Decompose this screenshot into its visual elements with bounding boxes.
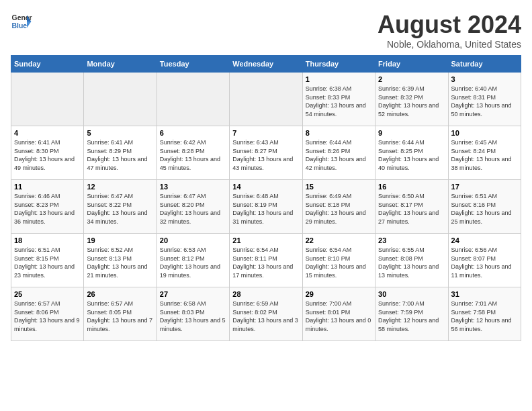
day-number: 16 <box>378 183 445 191</box>
col-friday: Friday <box>375 56 448 73</box>
calendar-cell: 31Sunrise: 7:01 AM Sunset: 7:58 PM Dayli… <box>448 287 521 341</box>
calendar-cell: 10Sunrise: 6:45 AM Sunset: 8:24 PM Dayli… <box>448 126 521 180</box>
col-tuesday: Tuesday <box>157 56 229 73</box>
day-info: Sunrise: 6:50 AM Sunset: 8:17 PM Dayligh… <box>378 192 445 226</box>
day-info: Sunrise: 6:44 AM Sunset: 8:25 PM Dayligh… <box>378 138 445 172</box>
day-info: Sunrise: 6:55 AM Sunset: 8:08 PM Dayligh… <box>378 246 445 279</box>
day-number: 7 <box>232 129 299 137</box>
day-info: Sunrise: 7:00 AM Sunset: 8:01 PM Dayligh… <box>306 300 372 333</box>
title-area: August 2024 Noble, Oklahoma, United Stat… <box>378 11 521 50</box>
day-number: 20 <box>160 236 226 244</box>
calendar-cell: 23Sunrise: 6:55 AM Sunset: 8:08 PM Dayli… <box>375 234 448 287</box>
day-number: 6 <box>160 129 226 137</box>
day-info: Sunrise: 6:54 AM Sunset: 8:11 PM Dayligh… <box>232 246 299 279</box>
day-number: 30 <box>378 290 445 298</box>
day-number: 12 <box>87 183 153 191</box>
day-info: Sunrise: 6:54 AM Sunset: 8:10 PM Dayligh… <box>306 246 372 279</box>
day-info: Sunrise: 7:01 AM Sunset: 7:58 PM Dayligh… <box>451 300 518 333</box>
calendar-cell: 25Sunrise: 6:57 AM Sunset: 8:06 PM Dayli… <box>11 287 84 341</box>
calendar-cell: 1Sunrise: 6:38 AM Sunset: 8:33 PM Daylig… <box>302 73 375 126</box>
calendar-cell: 19Sunrise: 6:52 AM Sunset: 8:13 PM Dayli… <box>84 234 157 287</box>
calendar-cell: 29Sunrise: 7:00 AM Sunset: 8:01 PM Dayli… <box>302 287 375 341</box>
day-number: 27 <box>160 290 226 298</box>
calendar-cell <box>84 73 157 126</box>
calendar-week-row: 4Sunrise: 6:41 AM Sunset: 8:30 PM Daylig… <box>11 126 521 180</box>
day-info: Sunrise: 6:57 AM Sunset: 8:05 PM Dayligh… <box>87 300 153 333</box>
day-number: 4 <box>14 129 81 137</box>
day-number: 8 <box>306 129 372 137</box>
col-saturday: Saturday <box>448 56 521 73</box>
day-info: Sunrise: 7:00 AM Sunset: 7:59 PM Dayligh… <box>378 300 445 333</box>
calendar-week-row: 18Sunrise: 6:51 AM Sunset: 8:15 PM Dayli… <box>11 234 521 287</box>
day-info: Sunrise: 6:52 AM Sunset: 8:13 PM Dayligh… <box>87 246 153 279</box>
day-info: Sunrise: 6:49 AM Sunset: 8:18 PM Dayligh… <box>306 192 372 226</box>
header-row: Sunday Monday Tuesday Wednesday Thursday… <box>11 56 521 73</box>
day-info: Sunrise: 6:40 AM Sunset: 8:31 PM Dayligh… <box>451 85 518 118</box>
calendar-cell: 12Sunrise: 6:47 AM Sunset: 8:22 PM Dayli… <box>84 180 157 234</box>
day-number: 18 <box>14 236 81 244</box>
day-number: 28 <box>232 290 299 298</box>
day-number: 25 <box>14 290 81 298</box>
day-info: Sunrise: 6:46 AM Sunset: 8:23 PM Dayligh… <box>14 192 81 226</box>
calendar-week-row: 1Sunrise: 6:38 AM Sunset: 8:33 PM Daylig… <box>11 73 521 126</box>
day-info: Sunrise: 6:48 AM Sunset: 8:19 PM Dayligh… <box>232 192 299 226</box>
calendar-cell: 2Sunrise: 6:39 AM Sunset: 8:32 PM Daylig… <box>375 73 448 126</box>
calendar-cell: 15Sunrise: 6:49 AM Sunset: 8:18 PM Dayli… <box>302 180 375 234</box>
day-info: Sunrise: 6:47 AM Sunset: 8:22 PM Dayligh… <box>87 192 153 226</box>
day-number: 3 <box>451 75 518 83</box>
day-info: Sunrise: 6:45 AM Sunset: 8:24 PM Dayligh… <box>451 138 518 172</box>
calendar-cell: 3Sunrise: 6:40 AM Sunset: 8:31 PM Daylig… <box>448 73 521 126</box>
day-number: 24 <box>451 236 518 244</box>
day-info: Sunrise: 6:43 AM Sunset: 8:27 PM Dayligh… <box>232 138 299 172</box>
calendar-cell: 14Sunrise: 6:48 AM Sunset: 8:19 PM Dayli… <box>230 180 302 234</box>
day-number: 1 <box>306 75 372 83</box>
day-number: 19 <box>87 236 153 244</box>
calendar-cell: 30Sunrise: 7:00 AM Sunset: 7:59 PM Dayli… <box>375 287 448 341</box>
calendar-title: August 2024 <box>378 11 521 39</box>
calendar-cell: 18Sunrise: 6:51 AM Sunset: 8:15 PM Dayli… <box>11 234 84 287</box>
day-info: Sunrise: 6:41 AM Sunset: 8:30 PM Dayligh… <box>14 138 81 172</box>
col-monday: Monday <box>84 56 157 73</box>
calendar-cell <box>157 73 229 126</box>
calendar-cell: 6Sunrise: 6:42 AM Sunset: 8:28 PM Daylig… <box>157 126 229 180</box>
day-info: Sunrise: 6:41 AM Sunset: 8:29 PM Dayligh… <box>87 138 153 172</box>
day-number: 11 <box>14 183 81 191</box>
calendar-cell: 5Sunrise: 6:41 AM Sunset: 8:29 PM Daylig… <box>84 126 157 180</box>
day-number: 13 <box>160 183 226 191</box>
day-number: 17 <box>451 183 518 191</box>
calendar-cell <box>11 73 84 126</box>
calendar-cell: 9Sunrise: 6:44 AM Sunset: 8:25 PM Daylig… <box>375 126 448 180</box>
day-number: 14 <box>232 183 299 191</box>
day-number: 2 <box>378 75 445 83</box>
day-info: Sunrise: 6:39 AM Sunset: 8:32 PM Dayligh… <box>378 85 445 118</box>
calendar-cell <box>230 73 302 126</box>
day-info: Sunrise: 6:42 AM Sunset: 8:28 PM Dayligh… <box>160 138 226 172</box>
day-info: Sunrise: 6:56 AM Sunset: 8:07 PM Dayligh… <box>451 246 518 279</box>
calendar-cell: 8Sunrise: 6:44 AM Sunset: 8:26 PM Daylig… <box>302 126 375 180</box>
day-info: Sunrise: 6:44 AM Sunset: 8:26 PM Dayligh… <box>306 138 372 172</box>
day-info: Sunrise: 6:51 AM Sunset: 8:16 PM Dayligh… <box>451 192 518 226</box>
calendar-subtitle: Noble, Oklahoma, United States <box>378 39 521 50</box>
calendar-cell: 21Sunrise: 6:54 AM Sunset: 8:11 PM Dayli… <box>230 234 302 287</box>
day-number: 10 <box>451 129 518 137</box>
day-number: 26 <box>87 290 153 298</box>
calendar-cell: 26Sunrise: 6:57 AM Sunset: 8:05 PM Dayli… <box>84 287 157 341</box>
day-info: Sunrise: 6:38 AM Sunset: 8:33 PM Dayligh… <box>306 85 372 118</box>
calendar-cell: 27Sunrise: 6:58 AM Sunset: 8:03 PM Dayli… <box>157 287 229 341</box>
calendar-cell: 16Sunrise: 6:50 AM Sunset: 8:17 PM Dayli… <box>375 180 448 234</box>
calendar-cell: 13Sunrise: 6:47 AM Sunset: 8:20 PM Dayli… <box>157 180 229 234</box>
calendar-week-row: 11Sunrise: 6:46 AM Sunset: 8:23 PM Dayli… <box>11 180 521 234</box>
day-number: 9 <box>378 129 445 137</box>
day-number: 15 <box>306 183 372 191</box>
day-info: Sunrise: 6:47 AM Sunset: 8:20 PM Dayligh… <box>160 192 226 226</box>
calendar-cell: 22Sunrise: 6:54 AM Sunset: 8:10 PM Dayli… <box>302 234 375 287</box>
calendar-cell: 24Sunrise: 6:56 AM Sunset: 8:07 PM Dayli… <box>448 234 521 287</box>
day-info: Sunrise: 6:57 AM Sunset: 8:06 PM Dayligh… <box>14 300 81 333</box>
calendar-cell: 28Sunrise: 6:59 AM Sunset: 8:02 PM Dayli… <box>230 287 302 341</box>
day-number: 5 <box>87 129 153 137</box>
day-number: 21 <box>232 236 299 244</box>
calendar-table: Sunday Monday Tuesday Wednesday Thursday… <box>11 55 521 341</box>
calendar-cell: 4Sunrise: 6:41 AM Sunset: 8:30 PM Daylig… <box>11 126 84 180</box>
svg-marker-3 <box>27 21 31 28</box>
col-wednesday: Wednesday <box>230 56 302 73</box>
